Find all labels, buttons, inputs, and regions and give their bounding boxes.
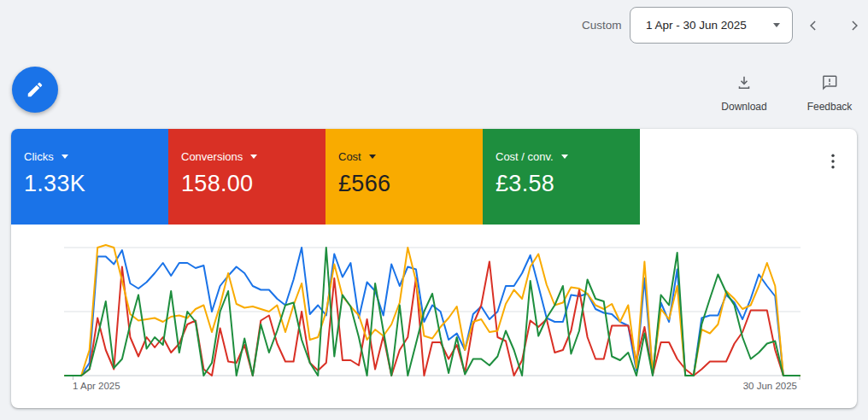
x-axis-start-label: 1 Apr 2025 (73, 381, 120, 391)
chart-card: Clicks 1.33K Conversions 158.00 Cost £56… (11, 129, 857, 408)
x-axis-end-label: 30 Jun 2025 (743, 381, 797, 391)
metric-value: £566 (338, 171, 483, 197)
date-range-button[interactable]: 1 Apr - 30 Jun 2025 (630, 7, 793, 44)
metric-value: 158.00 (181, 171, 326, 197)
timeseries-chart (64, 244, 801, 382)
google-ads-dashboard: Custom 1 Apr - 30 Jun 2025 Download (0, 0, 868, 420)
dropdown-caret-icon (773, 23, 780, 27)
download-icon (735, 73, 754, 92)
card-overflow-menu-button[interactable] (818, 146, 848, 177)
metric-tile-cost[interactable]: Cost £566 (326, 129, 483, 225)
metric-label: Cost (338, 150, 361, 163)
feedback-button[interactable]: Feedback (799, 73, 860, 113)
download-button[interactable]: Download (713, 73, 775, 113)
metric-value: £3.58 (496, 171, 640, 197)
metric-tile-clicks[interactable]: Clicks 1.33K (11, 129, 168, 225)
metric-tiles: Clicks 1.33K Conversions 158.00 Cost £56… (11, 129, 640, 225)
metric-label: Cost / conv. (496, 150, 554, 163)
metric-tile-conversions[interactable]: Conversions 158.00 (168, 129, 326, 225)
metric-dropdown-caret-icon (250, 155, 257, 159)
next-period-button[interactable] (839, 10, 868, 41)
metric-dropdown-caret-icon (369, 155, 376, 159)
date-preset-label: Custom (582, 19, 622, 32)
edit-fab-button[interactable] (12, 67, 58, 113)
series-line-cost (65, 245, 800, 376)
metric-dropdown-caret-icon (561, 155, 568, 159)
metric-value: 1.33K (24, 171, 168, 197)
kebab-menu-icon (823, 151, 843, 172)
pencil-icon (26, 80, 44, 99)
feedback-icon (820, 73, 839, 92)
chevron-left-icon (805, 17, 822, 34)
metric-label: Conversions (181, 150, 243, 163)
previous-period-button[interactable] (798, 10, 829, 41)
metric-label: Clicks (24, 150, 54, 163)
feedback-label: Feedback (807, 101, 853, 113)
chevron-right-icon (846, 17, 863, 34)
date-range-value: 1 Apr - 30 Jun 2025 (646, 19, 766, 32)
metric-tile-cost-per-conv[interactable]: Cost / conv. £3.58 (483, 129, 640, 225)
download-label: Download (721, 101, 766, 113)
metric-dropdown-caret-icon (62, 155, 68, 159)
